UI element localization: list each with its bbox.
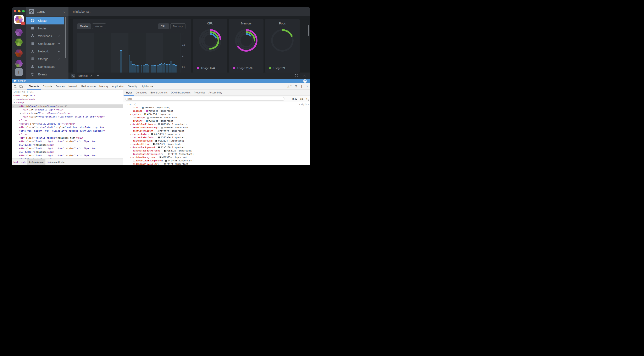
dom-node[interactable]: <div class="terminal-init" style="positi… (12, 126, 123, 129)
metric-tab-cpu[interactable]: CPU (158, 23, 169, 29)
cluster-hexagon-icon[interactable] (15, 38, 23, 46)
expand-arrow-icon[interactable]: ▼ (14, 101, 15, 104)
sidebar-item-storage[interactable]: Storage (26, 55, 64, 63)
styles-filter-input[interactable] (125, 97, 284, 101)
expand-arrow-icon[interactable]: ▶ (20, 112, 21, 115)
active-cluster-icon[interactable]: 3 (14, 15, 24, 24)
dom-node[interactable]: <div class="Notifications flex column al… (12, 115, 123, 119)
color-swatch[interactable] (158, 147, 160, 148)
dom-node[interactable]: 95.4375px;">minikube</div> (12, 143, 123, 147)
sidebar-item-configuration[interactable]: Configuration (26, 40, 64, 47)
color-swatch[interactable] (142, 107, 144, 109)
cluster-hexagon-icon[interactable] (15, 60, 23, 68)
chevron-up-icon[interactable] (303, 75, 306, 76)
css-rule-source[interactable]: <style> (299, 103, 309, 106)
devtools-close-icon[interactable]: ✕ (306, 85, 308, 88)
expand-terminal-icon[interactable] (295, 74, 298, 77)
color-swatch[interactable] (158, 123, 160, 125)
styles-tab-event-listeners[interactable]: Event Listeners (149, 90, 169, 96)
dom-node[interactable]: <!DOCTYPE html> (12, 90, 123, 94)
devtools-tab-console[interactable]: Console (41, 83, 54, 90)
terminal-close-icon[interactable]: ✕ (90, 74, 92, 77)
styles-tab-styles[interactable]: Styles (124, 90, 134, 96)
css-property[interactable]: --contentColor: #262b2f !important; (126, 143, 309, 146)
dom-node[interactable]: ▼<body> (12, 101, 123, 104)
metric-tab-memory[interactable]: Memory (170, 23, 186, 29)
add-class-button[interactable]: .cls (300, 98, 303, 100)
device-toolbar-icon[interactable] (19, 85, 23, 88)
styles-tab-dom-breakpoints[interactable]: DOM Breakpoints (169, 90, 192, 96)
zoom-window-button[interactable] (22, 10, 25, 12)
toggle-element-state-button[interactable]: :hov (292, 98, 297, 100)
help-button[interactable]: ? (303, 79, 307, 83)
console-warnings-badge[interactable]: ⚠ 2 (287, 85, 292, 88)
sidebar-scrollbar[interactable] (65, 17, 66, 58)
dom-node[interactable]: <div id="draggable-top"></div> (12, 108, 123, 112)
color-swatch[interactable] (158, 137, 160, 138)
dom-node[interactable]: <script src="/build/LensDev.js"></script… (12, 122, 123, 126)
dom-node[interactable]: 150.438px;">minikube</div> (12, 150, 123, 154)
css-property[interactable]: --golden: #ffc63d !important; (126, 113, 309, 116)
dom-node[interactable]: </div> (12, 133, 123, 136)
css-property[interactable]: --sidebarActiveColor: #ffffff !important… (126, 163, 309, 165)
css-property[interactable]: --sidebarBackground: #36393e !important; (126, 156, 309, 159)
dom-node[interactable]: ▶<head>…</head> (12, 97, 123, 101)
dom-node[interactable]: <div class="Tooltip right hidden" style=… (12, 154, 123, 157)
breadcrumb-item[interactable]: body (19, 159, 27, 165)
styles-tab-computed[interactable]: Computed (134, 90, 149, 96)
color-swatch[interactable] (146, 110, 148, 112)
inspect-element-icon[interactable] (14, 85, 17, 88)
node-filter-tab-worker[interactable]: Worker (92, 23, 106, 29)
css-property[interactable]: --layoutBackground: #2e3136 !important; (126, 146, 309, 149)
css-property[interactable]: --layoutTabsActiveColor: #ffffff !import… (126, 153, 309, 156)
devtools-tab-network[interactable]: Network (66, 83, 80, 90)
devtools-settings-icon[interactable]: ⚙ (294, 85, 297, 88)
css-property[interactable]: --mainBackground: #1e2124 !important; (126, 139, 309, 143)
dom-node[interactable]: <div class="Tooltip right hidden" style=… (12, 147, 123, 150)
breadcrumb-item[interactable]: html (12, 159, 19, 165)
expand-arrow-icon[interactable]: ▼ (16, 104, 18, 108)
add-cluster-button[interactable]: + (15, 68, 23, 76)
devtools-tab-memory[interactable]: Memory (98, 83, 110, 90)
devtools-tab-security[interactable]: Security (126, 83, 139, 90)
dom-node[interactable]: ▶<div class="ClusterManager">…</div> (12, 112, 123, 115)
styles-tab-accessibility[interactable]: Accessibility (207, 90, 224, 96)
sidebar-item-network[interactable]: Network (26, 47, 64, 55)
devtools-tab-application[interactable]: Application (110, 83, 126, 90)
breadcrumb-item[interactable]: div#draggable-top (46, 159, 66, 165)
sidebar-item-events[interactable]: Events (26, 70, 64, 78)
css-property[interactable]: --textColorSecondary: #a0a0a0 !important… (126, 126, 309, 129)
content-scrollbar[interactable] (308, 25, 309, 36)
breadcrumb-item[interactable]: div#app.is-mac (27, 159, 46, 165)
css-property[interactable]: --sidebarLogoBackground: #414448 !import… (126, 159, 309, 163)
color-swatch[interactable] (146, 120, 148, 122)
node-filter-tab-master[interactable]: Master (77, 23, 91, 29)
color-swatch[interactable] (144, 113, 146, 115)
color-swatch[interactable] (160, 157, 162, 158)
color-swatch[interactable] (161, 163, 163, 165)
sidebar-item-namespaces[interactable]: Namespaces (26, 63, 64, 70)
css-property[interactable]: --borderFaintColor: #373a3e !important; (126, 136, 309, 139)
dom-node[interactable]: </div> (12, 119, 123, 122)
devtools-menu-icon[interactable]: ⋮ (300, 85, 303, 88)
collapse-sidebar-icon[interactable]: ‹ (63, 9, 66, 14)
color-swatch[interactable] (164, 150, 166, 152)
color-swatch[interactable] (151, 133, 153, 135)
terminal-add-icon[interactable]: + (97, 73, 99, 78)
css-property[interactable]: --borderColor: #4c5053 !important; (126, 133, 309, 136)
devtools-tab-lighthouse[interactable]: Lighthouse (139, 83, 155, 90)
new-style-rule-button[interactable]: + (306, 97, 308, 100)
close-window-button[interactable] (14, 10, 16, 12)
cluster-hexagon-icon[interactable] (15, 28, 23, 36)
minimize-window-button[interactable] (18, 10, 20, 12)
sidebar-item-nodes[interactable]: Nodes (26, 24, 64, 32)
css-property[interactable]: --textColorAccent: #ffffff !important; (126, 129, 309, 133)
dom-node[interactable]: <html lang="en"> (12, 94, 123, 97)
dom-node[interactable]: <div class="Tooltip right hidden" style=… (12, 140, 123, 143)
color-swatch[interactable] (156, 140, 157, 142)
color-swatch[interactable] (161, 127, 163, 129)
color-swatch[interactable] (157, 130, 159, 132)
css-property[interactable]: --primary: #3d90ce !important; (126, 119, 309, 123)
dom-node-selected[interactable]: …▼<div id="app" class="is-mac"> == $0 (12, 104, 123, 108)
sidebar-item-workloads[interactable]: Workloads (26, 32, 64, 40)
